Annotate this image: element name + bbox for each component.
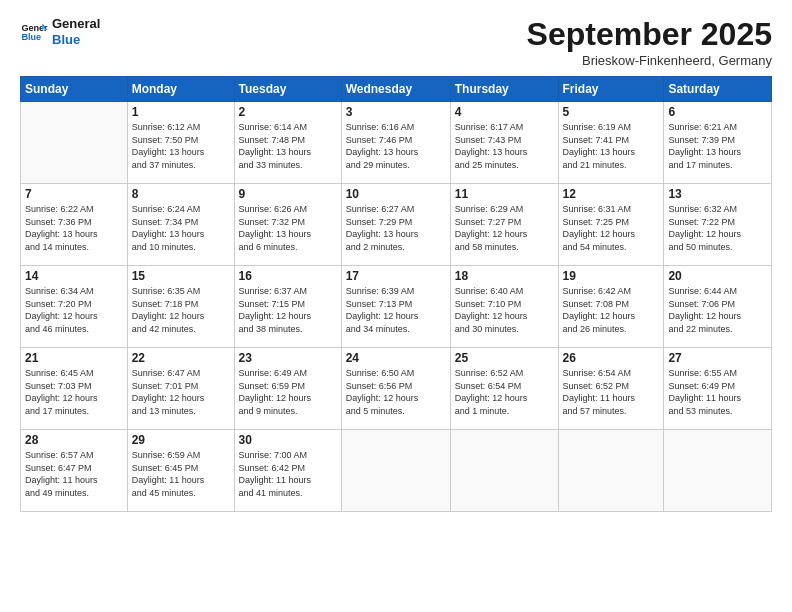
- day-number: 26: [563, 351, 660, 365]
- day-info: Sunrise: 6:39 AM Sunset: 7:13 PM Dayligh…: [346, 285, 446, 335]
- calendar-week-row: 21Sunrise: 6:45 AM Sunset: 7:03 PM Dayli…: [21, 348, 772, 430]
- day-number: 2: [239, 105, 337, 119]
- day-number: 11: [455, 187, 554, 201]
- title-block: September 2025 Brieskow-Finkenheerd, Ger…: [527, 16, 772, 68]
- calendar-day-cell: 4Sunrise: 6:17 AM Sunset: 7:43 PM Daylig…: [450, 102, 558, 184]
- day-number: 17: [346, 269, 446, 283]
- day-number: 20: [668, 269, 767, 283]
- day-info: Sunrise: 7:00 AM Sunset: 6:42 PM Dayligh…: [239, 449, 337, 499]
- calendar-day-cell: 26Sunrise: 6:54 AM Sunset: 6:52 PM Dayli…: [558, 348, 664, 430]
- day-number: 5: [563, 105, 660, 119]
- calendar-day-cell: 29Sunrise: 6:59 AM Sunset: 6:45 PM Dayli…: [127, 430, 234, 512]
- calendar-day-cell: [450, 430, 558, 512]
- day-info: Sunrise: 6:16 AM Sunset: 7:46 PM Dayligh…: [346, 121, 446, 171]
- calendar-day-cell: 30Sunrise: 7:00 AM Sunset: 6:42 PM Dayli…: [234, 430, 341, 512]
- day-number: 10: [346, 187, 446, 201]
- location: Brieskow-Finkenheerd, Germany: [527, 53, 772, 68]
- day-info: Sunrise: 6:32 AM Sunset: 7:22 PM Dayligh…: [668, 203, 767, 253]
- day-number: 3: [346, 105, 446, 119]
- calendar-day-cell: 28Sunrise: 6:57 AM Sunset: 6:47 PM Dayli…: [21, 430, 128, 512]
- calendar-day-cell: 11Sunrise: 6:29 AM Sunset: 7:27 PM Dayli…: [450, 184, 558, 266]
- day-number: 1: [132, 105, 230, 119]
- weekday-header: Thursday: [450, 77, 558, 102]
- day-info: Sunrise: 6:31 AM Sunset: 7:25 PM Dayligh…: [563, 203, 660, 253]
- logo-blue: Blue: [52, 32, 100, 48]
- day-info: Sunrise: 6:57 AM Sunset: 6:47 PM Dayligh…: [25, 449, 123, 499]
- day-info: Sunrise: 6:37 AM Sunset: 7:15 PM Dayligh…: [239, 285, 337, 335]
- day-number: 29: [132, 433, 230, 447]
- day-info: Sunrise: 6:54 AM Sunset: 6:52 PM Dayligh…: [563, 367, 660, 417]
- weekday-header: Wednesday: [341, 77, 450, 102]
- day-number: 18: [455, 269, 554, 283]
- day-number: 24: [346, 351, 446, 365]
- day-info: Sunrise: 6:22 AM Sunset: 7:36 PM Dayligh…: [25, 203, 123, 253]
- weekday-header: Monday: [127, 77, 234, 102]
- calendar-day-cell: 19Sunrise: 6:42 AM Sunset: 7:08 PM Dayli…: [558, 266, 664, 348]
- calendar-day-cell: 8Sunrise: 6:24 AM Sunset: 7:34 PM Daylig…: [127, 184, 234, 266]
- calendar-week-row: 14Sunrise: 6:34 AM Sunset: 7:20 PM Dayli…: [21, 266, 772, 348]
- calendar-table: SundayMondayTuesdayWednesdayThursdayFrid…: [20, 76, 772, 512]
- calendar-day-cell: 2Sunrise: 6:14 AM Sunset: 7:48 PM Daylig…: [234, 102, 341, 184]
- day-info: Sunrise: 6:21 AM Sunset: 7:39 PM Dayligh…: [668, 121, 767, 171]
- day-number: 25: [455, 351, 554, 365]
- day-number: 13: [668, 187, 767, 201]
- calendar-day-cell: 25Sunrise: 6:52 AM Sunset: 6:54 PM Dayli…: [450, 348, 558, 430]
- day-info: Sunrise: 6:14 AM Sunset: 7:48 PM Dayligh…: [239, 121, 337, 171]
- day-number: 6: [668, 105, 767, 119]
- day-number: 14: [25, 269, 123, 283]
- calendar-week-row: 7Sunrise: 6:22 AM Sunset: 7:36 PM Daylig…: [21, 184, 772, 266]
- calendar-day-cell: [341, 430, 450, 512]
- calendar-day-cell: [21, 102, 128, 184]
- day-number: 22: [132, 351, 230, 365]
- day-number: 8: [132, 187, 230, 201]
- calendar-day-cell: 3Sunrise: 6:16 AM Sunset: 7:46 PM Daylig…: [341, 102, 450, 184]
- day-info: Sunrise: 6:42 AM Sunset: 7:08 PM Dayligh…: [563, 285, 660, 335]
- day-info: Sunrise: 6:45 AM Sunset: 7:03 PM Dayligh…: [25, 367, 123, 417]
- calendar-week-row: 1Sunrise: 6:12 AM Sunset: 7:50 PM Daylig…: [21, 102, 772, 184]
- day-info: Sunrise: 6:59 AM Sunset: 6:45 PM Dayligh…: [132, 449, 230, 499]
- day-info: Sunrise: 6:27 AM Sunset: 7:29 PM Dayligh…: [346, 203, 446, 253]
- day-info: Sunrise: 6:34 AM Sunset: 7:20 PM Dayligh…: [25, 285, 123, 335]
- day-number: 4: [455, 105, 554, 119]
- calendar-day-cell: 17Sunrise: 6:39 AM Sunset: 7:13 PM Dayli…: [341, 266, 450, 348]
- calendar-day-cell: 24Sunrise: 6:50 AM Sunset: 6:56 PM Dayli…: [341, 348, 450, 430]
- weekday-header: Tuesday: [234, 77, 341, 102]
- page-header: General Blue General Blue September 2025…: [20, 16, 772, 68]
- day-info: Sunrise: 6:50 AM Sunset: 6:56 PM Dayligh…: [346, 367, 446, 417]
- calendar-day-cell: [664, 430, 772, 512]
- calendar-day-cell: 5Sunrise: 6:19 AM Sunset: 7:41 PM Daylig…: [558, 102, 664, 184]
- calendar-header-row: SundayMondayTuesdayWednesdayThursdayFrid…: [21, 77, 772, 102]
- calendar-day-cell: 22Sunrise: 6:47 AM Sunset: 7:01 PM Dayli…: [127, 348, 234, 430]
- logo: General Blue General Blue: [20, 16, 100, 47]
- day-info: Sunrise: 6:29 AM Sunset: 7:27 PM Dayligh…: [455, 203, 554, 253]
- day-number: 7: [25, 187, 123, 201]
- day-number: 28: [25, 433, 123, 447]
- day-info: Sunrise: 6:47 AM Sunset: 7:01 PM Dayligh…: [132, 367, 230, 417]
- calendar-week-row: 28Sunrise: 6:57 AM Sunset: 6:47 PM Dayli…: [21, 430, 772, 512]
- calendar-day-cell: 6Sunrise: 6:21 AM Sunset: 7:39 PM Daylig…: [664, 102, 772, 184]
- day-number: 21: [25, 351, 123, 365]
- day-info: Sunrise: 6:35 AM Sunset: 7:18 PM Dayligh…: [132, 285, 230, 335]
- svg-text:Blue: Blue: [21, 31, 41, 41]
- calendar-day-cell: 20Sunrise: 6:44 AM Sunset: 7:06 PM Dayli…: [664, 266, 772, 348]
- day-number: 23: [239, 351, 337, 365]
- calendar-day-cell: 9Sunrise: 6:26 AM Sunset: 7:32 PM Daylig…: [234, 184, 341, 266]
- day-info: Sunrise: 6:52 AM Sunset: 6:54 PM Dayligh…: [455, 367, 554, 417]
- day-info: Sunrise: 6:40 AM Sunset: 7:10 PM Dayligh…: [455, 285, 554, 335]
- logo-icon: General Blue: [20, 18, 48, 46]
- calendar-day-cell: 27Sunrise: 6:55 AM Sunset: 6:49 PM Dayli…: [664, 348, 772, 430]
- calendar-day-cell: [558, 430, 664, 512]
- day-info: Sunrise: 6:44 AM Sunset: 7:06 PM Dayligh…: [668, 285, 767, 335]
- day-info: Sunrise: 6:55 AM Sunset: 6:49 PM Dayligh…: [668, 367, 767, 417]
- calendar-day-cell: 1Sunrise: 6:12 AM Sunset: 7:50 PM Daylig…: [127, 102, 234, 184]
- day-number: 19: [563, 269, 660, 283]
- calendar-day-cell: 23Sunrise: 6:49 AM Sunset: 6:59 PM Dayli…: [234, 348, 341, 430]
- day-info: Sunrise: 6:19 AM Sunset: 7:41 PM Dayligh…: [563, 121, 660, 171]
- calendar-day-cell: 10Sunrise: 6:27 AM Sunset: 7:29 PM Dayli…: [341, 184, 450, 266]
- day-info: Sunrise: 6:12 AM Sunset: 7:50 PM Dayligh…: [132, 121, 230, 171]
- calendar-day-cell: 15Sunrise: 6:35 AM Sunset: 7:18 PM Dayli…: [127, 266, 234, 348]
- calendar-day-cell: 21Sunrise: 6:45 AM Sunset: 7:03 PM Dayli…: [21, 348, 128, 430]
- day-info: Sunrise: 6:49 AM Sunset: 6:59 PM Dayligh…: [239, 367, 337, 417]
- calendar-day-cell: 16Sunrise: 6:37 AM Sunset: 7:15 PM Dayli…: [234, 266, 341, 348]
- weekday-header: Saturday: [664, 77, 772, 102]
